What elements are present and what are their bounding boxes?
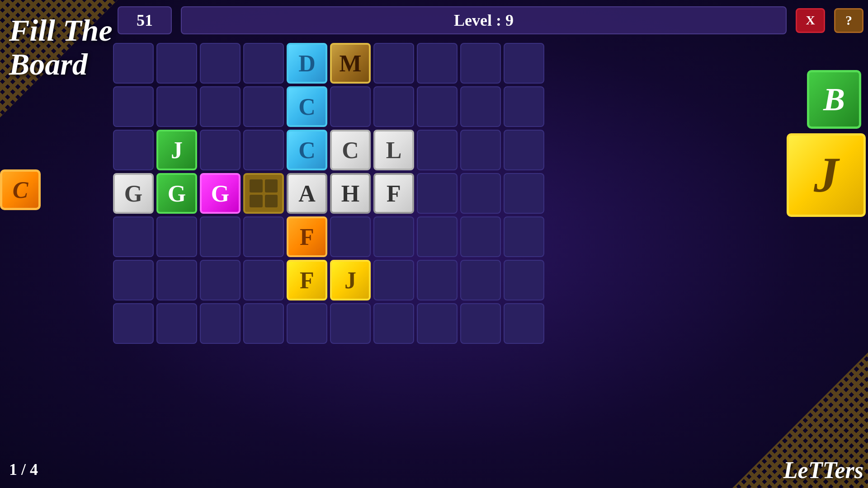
board-cell[interactable] bbox=[504, 86, 544, 127]
board-cell[interactable] bbox=[200, 216, 241, 257]
board-cell[interactable]: J bbox=[330, 260, 371, 300]
board-cell[interactable] bbox=[504, 173, 544, 214]
board-cell[interactable] bbox=[417, 216, 458, 257]
board-cell[interactable] bbox=[156, 303, 197, 344]
board-cell[interactable] bbox=[243, 260, 284, 300]
board-cell[interactable] bbox=[243, 86, 284, 127]
board-cell[interactable] bbox=[417, 43, 458, 84]
board-cell[interactable] bbox=[504, 260, 544, 300]
board-cell[interactable]: H bbox=[330, 173, 371, 214]
board-cell[interactable]: F bbox=[287, 260, 327, 300]
board-cell[interactable]: F bbox=[287, 216, 327, 257]
board-cell[interactable] bbox=[373, 260, 414, 300]
board-cell[interactable]: G bbox=[156, 173, 197, 214]
board-cell[interactable] bbox=[373, 303, 414, 344]
board-cell[interactable] bbox=[156, 43, 197, 84]
board-cell[interactable] bbox=[243, 173, 284, 214]
board-cell[interactable] bbox=[504, 130, 544, 170]
board-cell[interactable] bbox=[113, 86, 154, 127]
board-cell[interactable] bbox=[113, 130, 154, 170]
board-cell[interactable] bbox=[113, 260, 154, 300]
board-cell[interactable] bbox=[113, 303, 154, 344]
board-cell[interactable] bbox=[460, 43, 501, 84]
board-cell[interactable] bbox=[287, 303, 327, 344]
board-cell[interactable] bbox=[200, 130, 241, 170]
board-cell[interactable]: F bbox=[373, 173, 414, 214]
board-cell[interactable]: A bbox=[287, 173, 327, 214]
board-cell[interactable] bbox=[417, 86, 458, 127]
page-indicator: 1 / 4 bbox=[9, 460, 38, 479]
board-cell[interactable] bbox=[200, 86, 241, 127]
board-cell[interactable]: C bbox=[287, 130, 327, 170]
board-cell[interactable]: C bbox=[330, 130, 371, 170]
board-cell[interactable] bbox=[330, 303, 371, 344]
level-display: Level : 9 bbox=[181, 6, 787, 34]
board-cell[interactable] bbox=[417, 130, 458, 170]
board-cell[interactable]: M bbox=[330, 43, 371, 84]
branding-logo: LeTTers bbox=[783, 457, 863, 483]
board-cell[interactable] bbox=[417, 260, 458, 300]
game-title: Fill The Board bbox=[9, 14, 113, 81]
board-cell[interactable] bbox=[460, 86, 501, 127]
board-cell[interactable]: J bbox=[156, 130, 197, 170]
board-cell[interactable] bbox=[330, 86, 371, 127]
board-cell[interactable] bbox=[373, 216, 414, 257]
side-tile-right-top[interactable]: B bbox=[807, 70, 861, 129]
help-button[interactable]: ? bbox=[834, 8, 863, 33]
board-cell[interactable] bbox=[504, 216, 544, 257]
board-cell[interactable] bbox=[243, 303, 284, 344]
board-cell[interactable] bbox=[200, 303, 241, 344]
board-cell[interactable]: G bbox=[200, 173, 241, 214]
board-cell[interactable]: L bbox=[373, 130, 414, 170]
board-cell[interactable]: C bbox=[287, 86, 327, 127]
board-cell[interactable] bbox=[156, 216, 197, 257]
board-cell[interactable] bbox=[156, 86, 197, 127]
side-tile-right-bottom[interactable]: J bbox=[787, 133, 866, 217]
close-button[interactable]: X bbox=[796, 8, 825, 33]
board-cell[interactable] bbox=[243, 216, 284, 257]
board-cell[interactable] bbox=[460, 173, 501, 214]
board-cell[interactable] bbox=[373, 43, 414, 84]
board-cell[interactable] bbox=[113, 216, 154, 257]
board-cell[interactable] bbox=[504, 303, 544, 344]
board-cell[interactable]: G bbox=[113, 173, 154, 214]
board-cell[interactable] bbox=[417, 303, 458, 344]
game-board: DMCJCCLGGG AHFFFJ bbox=[113, 43, 544, 344]
board-cell[interactable] bbox=[200, 260, 241, 300]
board-cell[interactable]: D bbox=[287, 43, 327, 84]
score-display: 51 bbox=[118, 6, 172, 34]
board-cell[interactable] bbox=[330, 216, 371, 257]
board-cell[interactable] bbox=[504, 43, 544, 84]
side-tile-left[interactable]: C bbox=[0, 169, 41, 210]
board-cell[interactable] bbox=[156, 260, 197, 300]
board-cell[interactable] bbox=[417, 173, 458, 214]
board-cell[interactable] bbox=[200, 43, 241, 84]
board-cell[interactable] bbox=[460, 216, 501, 257]
board-cell[interactable] bbox=[243, 43, 284, 84]
board-cell[interactable] bbox=[460, 303, 501, 344]
board-cell[interactable] bbox=[243, 130, 284, 170]
board-cell[interactable] bbox=[113, 43, 154, 84]
board-cell[interactable] bbox=[373, 86, 414, 127]
board-cell[interactable] bbox=[460, 260, 501, 300]
top-bar: 51 Level : 9 X ? bbox=[118, 5, 863, 36]
board-cell[interactable] bbox=[460, 130, 501, 170]
